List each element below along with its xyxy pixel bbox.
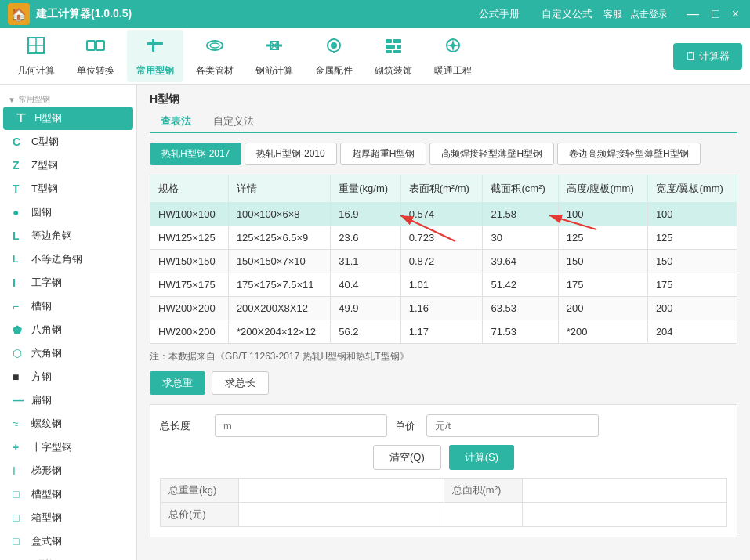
close-button[interactable]: × (729, 7, 742, 21)
sum-weight-button[interactable]: 求总重 (150, 371, 205, 395)
c-steel-icon: C (13, 135, 25, 148)
table-row[interactable]: HW100×100100×100×6×816.90.57421.58100100 (150, 203, 737, 226)
calculate-button[interactable]: 计算(S) (449, 445, 514, 470)
sidebar-item-channel[interactable]: ⌐ 槽钢 (0, 294, 136, 318)
svg-rect-4 (96, 41, 104, 50)
sidebar-item-i-steel[interactable]: I 工字钢 (0, 271, 136, 294)
square-icon: ■ (13, 370, 25, 383)
table-row[interactable]: HW200×200200X200X8X1249.91.1663.53200200 (150, 297, 737, 320)
tool-unit-label: 单位转换 (77, 64, 114, 78)
clear-button[interactable]: 清空(Q) (373, 445, 441, 470)
titlebar-right: 客服 点击登录 — □ × (603, 7, 742, 21)
col-surface: 表面积(m²/m) (400, 175, 483, 203)
octagon-icon: ⬟ (13, 323, 25, 336)
sidebar-item-hex[interactable]: ⬡ 六角钢 (0, 341, 136, 365)
sidebar-item-trapezoid[interactable]: I 梯形钢 (0, 459, 136, 482)
svg-point-15 (331, 42, 337, 49)
calc-input-row: 总长度 单价 (160, 414, 727, 437)
sidebar-item-box[interactable]: □ 箱型钢 (0, 506, 136, 529)
svg-rect-21 (397, 45, 401, 49)
tool-hvac[interactable]: 暖通工程 (425, 30, 481, 82)
equal-angle-icon: L (13, 229, 25, 242)
maximize-button[interactable]: □ (708, 7, 723, 21)
masonry-icon (382, 34, 404, 61)
sum-length-button[interactable]: 求总长 (212, 371, 269, 395)
tool-pipe[interactable]: 各类管材 (187, 30, 243, 82)
sub-tab-heavy[interactable]: 超厚超重H型钢 (340, 143, 427, 165)
sidebar-item-channel2[interactable]: □ 槽型钢 (0, 482, 136, 506)
titlebar-menu: 公式手册 自定义公式 (468, 4, 603, 24)
cross-label: 十字型钢 (31, 440, 72, 454)
c-steel-label: C型钢 (31, 135, 59, 149)
content-area: H型钢 查表法 自定义法 热轧H型钢-2017 热轧H型钢-2010 超厚超重H… (137, 85, 750, 560)
tool-metal[interactable]: 金属配件 (306, 30, 362, 82)
pipe-icon (204, 34, 226, 61)
sidebar-item-flat[interactable]: — 扁钢 (0, 388, 136, 412)
table-row[interactable]: HW175×175175×175×7.5×1140.41.0151.421751… (150, 273, 737, 297)
sidebar-item-equal-angle[interactable]: L 等边角钢 (0, 224, 136, 247)
calculator-button[interactable]: 🗒 计算器 (673, 43, 742, 70)
calc-icon: 🗒 (686, 50, 696, 62)
unit-icon (85, 34, 107, 61)
sidebar-item-square[interactable]: ■ 方钢 (0, 365, 136, 388)
sidebar-item-c-steel[interactable]: C C型钢 (0, 130, 136, 154)
box2-label: 盒式钢 (31, 534, 62, 548)
sidebar-item-h-steel[interactable]: ⊤ H型钢 (3, 107, 133, 130)
sidebar-item-box2[interactable]: □ 盒式钢 (0, 529, 136, 553)
sidebar-category: ▼ 常用型钢 (0, 91, 136, 107)
calc-buttons: 求总重 求总长 (150, 371, 737, 395)
sidebar-item-octagon[interactable]: ⬟ 八角钢 (0, 318, 136, 341)
sidebar-item-z-steel[interactable]: Z Z型钢 (0, 154, 136, 177)
square-label: 方钢 (31, 370, 52, 384)
tool-steel[interactable]: 常用型钢 (127, 30, 183, 82)
hvac-icon (442, 34, 464, 61)
sub-tab-hf-weld[interactable]: 高频焊接轻型薄壁H型钢 (429, 143, 554, 165)
app-title: 建工计算器(1.0.0.5) (36, 7, 468, 21)
tab-custom-method[interactable]: 自定义法 (202, 111, 265, 132)
unequal-angle-icon: L (13, 254, 25, 265)
sidebar-item-t-steel[interactable]: T T型钢 (0, 177, 136, 201)
tool-masonry[interactable]: 砌筑装饰 (365, 30, 422, 82)
t-steel-icon: T (13, 182, 25, 195)
sidebar: ▼ 常用型钢 ⊤ H型钢 C C型钢 Z Z型钢 T T型钢 ● 圆钢 L 等边… (0, 85, 137, 560)
total-length-label: 总长度 (160, 419, 207, 433)
table-row[interactable]: HW200×200*200X204×12×1256.21.1771.53*200… (150, 320, 737, 344)
unit-price-input[interactable] (426, 414, 599, 437)
i-steel-label: 工字钢 (31, 276, 62, 290)
menu-formula[interactable]: 公式手册 (468, 4, 531, 24)
flat-label: 扁钢 (31, 393, 52, 407)
flat-icon: — (13, 394, 25, 406)
sidebar-item-round-steel[interactable]: ● 圆钢 (0, 201, 136, 224)
sidebar-item-unequal-angle[interactable]: L 不等边角钢 (0, 247, 136, 271)
total-price-label: 总价(元) (161, 503, 239, 527)
sidebar-item-cross[interactable]: + 十字型钢 (0, 435, 136, 459)
svg-rect-7 (152, 39, 154, 52)
window-controls: — □ × (683, 7, 742, 21)
total-length-input[interactable] (215, 414, 387, 437)
table-row[interactable]: HW125×125125×125×6.5×923.60.72330125125 (150, 226, 737, 250)
total-weight-label: 总重量(kg) (161, 479, 239, 503)
sub-tab-2017[interactable]: 热轧H型钢-2017 (150, 143, 241, 165)
tab-table-method[interactable]: 查表法 (150, 111, 202, 133)
sidebar-item-rebar[interactable]: ≈ 螺纹钢 (0, 412, 136, 435)
sub-tab-2010[interactable]: 热轧H型钢-2010 (245, 143, 336, 165)
sub-tab-roll-weld[interactable]: 卷边高频焊接轻型薄壁H型钢 (557, 143, 701, 165)
result-table: 总重量(kg) 总面积(m²) 总价(元) (160, 478, 727, 527)
tool-geometry[interactable]: 几何计算 (8, 30, 64, 82)
minimize-button[interactable]: — (683, 7, 702, 21)
hex-icon: ⬡ (13, 347, 25, 359)
menu-custom[interactable]: 自定义公式 (531, 4, 603, 24)
tool-unit[interactable]: 单位转换 (67, 30, 124, 82)
login-link[interactable]: 点击登录 (630, 8, 668, 21)
svg-point-8 (207, 41, 223, 50)
customer-service-link[interactable]: 客服 (603, 8, 622, 21)
calc-button-label: 计算器 (699, 49, 730, 63)
steel-table: 规格 详情 重量(kg/m) 表面积(m²/m) 截面积(cm²) 高度/腹板(… (150, 175, 737, 344)
channel2-icon: □ (13, 488, 25, 500)
tool-rebar[interactable]: 钢筋计算 (246, 30, 303, 82)
page-title: H型钢 (150, 92, 737, 107)
table-row[interactable]: HW150×150150×150×7×1031.10.87239.6415015… (150, 250, 737, 273)
tool-steel-label: 常用型钢 (136, 64, 174, 78)
sidebar-item-u-steel[interactable]: U U型钢 (0, 553, 136, 560)
box-icon: □ (13, 511, 25, 524)
